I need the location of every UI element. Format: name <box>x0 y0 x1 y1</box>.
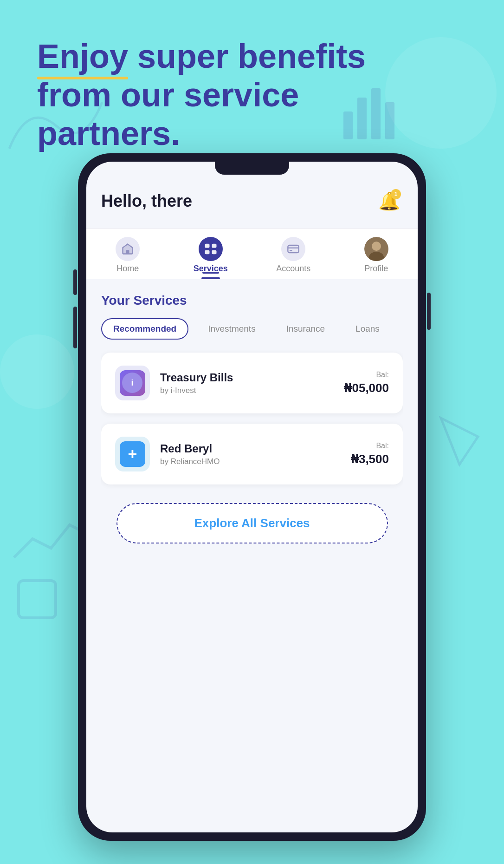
app-header: Hello, there 🔔 1 <box>101 187 403 215</box>
service-card-red-beryl[interactable]: + Red Beryl by RelianceHMO Bal: ₦3,500 <box>101 424 403 484</box>
svg-rect-13 <box>205 250 209 255</box>
filter-tab-investments[interactable]: Investments <box>197 319 266 339</box>
notification-button[interactable]: 🔔 1 <box>375 187 403 215</box>
explore-btn-wrapper: Explore All Services <box>101 503 403 543</box>
redberyl-plus-icon: + <box>128 445 137 463</box>
profile-nav-label: Profile <box>364 264 388 274</box>
service-card-left-2: + Red Beryl by RelianceHMO <box>115 437 220 471</box>
svg-rect-11 <box>205 244 209 248</box>
nav-item-home[interactable]: Home <box>86 237 169 274</box>
phone-frame: Hello, there 🔔 1 <box>78 153 426 841</box>
iinvest-logo-inner: i <box>120 370 145 396</box>
red-beryl-balance: Bal: ₦3,500 <box>351 442 389 466</box>
home-nav-icon <box>116 237 140 261</box>
hero-enjoy-word: Enjoy <box>37 37 128 76</box>
nav-active-indicator <box>202 272 219 274</box>
service-card-treasury-bills[interactable]: i Treasury Bills by i-Invest Bal: <box>101 353 403 413</box>
filter-tab-insurance[interactable]: Insurance <box>275 319 336 339</box>
bottom-nav: Home Services <box>86 228 418 279</box>
phone-notch <box>215 162 289 175</box>
svg-rect-12 <box>212 244 216 248</box>
main-content: Your Services Recommended Investments In… <box>101 293 403 818</box>
home-nav-label: Home <box>116 264 139 274</box>
nav-item-services[interactable]: Services <box>169 237 252 274</box>
svg-point-2 <box>0 334 74 409</box>
treasury-bills-name: Treasury Bills <box>160 371 233 384</box>
side-button-left-1 <box>73 269 77 295</box>
red-beryl-provider: by RelianceHMO <box>160 457 220 466</box>
explore-all-services-button[interactable]: Explore All Services <box>116 503 388 543</box>
filter-tab-recommended[interactable]: Recommended <box>101 318 188 340</box>
treasury-bills-provider: by i-Invest <box>160 386 233 395</box>
services-nav-icon <box>199 237 223 261</box>
treasury-bills-bal-amount: ₦05,000 <box>344 381 389 395</box>
svg-text:i: i <box>131 378 133 387</box>
treasury-bills-info: Treasury Bills by i-Invest <box>160 371 233 395</box>
svg-point-19 <box>372 242 381 251</box>
svg-rect-10 <box>126 250 129 254</box>
svg-rect-17 <box>290 250 292 251</box>
accounts-nav-label: Accounts <box>276 264 310 274</box>
red-beryl-bal-amount: ₦3,500 <box>351 452 389 466</box>
red-beryl-name: Red Beryl <box>160 442 220 455</box>
filter-tab-loans[interactable]: Loans <box>344 319 391 339</box>
phone-mockup: Hello, there 🔔 1 <box>78 153 426 841</box>
svg-rect-15 <box>288 245 299 253</box>
red-beryl-info: Red Beryl by RelianceHMO <box>160 442 220 466</box>
redberyl-logo-inner: + <box>120 441 145 467</box>
red-beryl-bal-label: Bal: <box>351 442 389 450</box>
app-greeting: Hello, there <box>101 191 192 211</box>
notification-badge: 1 <box>391 189 401 199</box>
phone-screen: Hello, there 🔔 1 <box>86 162 418 832</box>
service-card-left: i Treasury Bills by i-Invest <box>115 366 233 400</box>
treasury-bills-bal-label: Bal: <box>344 371 389 379</box>
services-section-title: Your Services <box>101 293 403 308</box>
app-content: Hello, there 🔔 1 <box>86 162 418 832</box>
hero-title: Enjoy super benefits from our service pa… <box>37 37 467 152</box>
side-button-left-2 <box>73 307 77 348</box>
filter-tabs: Recommended Investments Insurance Loans <box>101 318 403 340</box>
side-button-right <box>427 293 431 330</box>
hero-section: Enjoy super benefits from our service pa… <box>37 37 467 152</box>
accounts-nav-icon <box>281 237 305 261</box>
iinvest-logo: i <box>115 366 150 400</box>
nav-item-accounts[interactable]: Accounts <box>252 237 335 274</box>
svg-rect-9 <box>19 581 56 618</box>
treasury-bills-balance: Bal: ₦05,000 <box>344 371 389 395</box>
redberyl-logo: + <box>115 437 150 471</box>
nav-item-profile[interactable]: Profile <box>335 237 418 274</box>
svg-rect-14 <box>212 250 216 255</box>
profile-nav-icon <box>364 237 388 261</box>
